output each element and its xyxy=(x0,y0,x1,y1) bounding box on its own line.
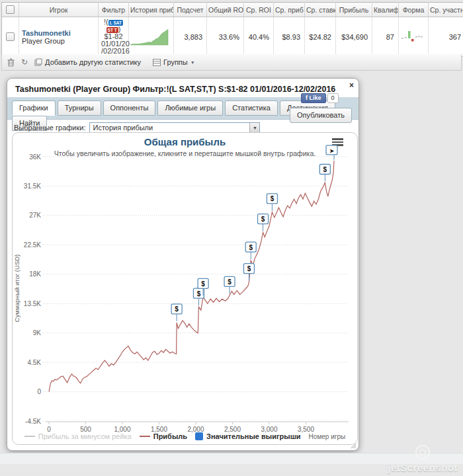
legend-item-profit-minus-rake[interactable]: Прибыль за минусом рейка xyxy=(24,432,132,440)
tab-оппоненты[interactable]: Оппоненты xyxy=(103,100,156,116)
column-header[interactable]: Ср. приб xyxy=(274,3,305,17)
svg-text:22.5K: 22.5K xyxy=(24,241,41,249)
table-row: Tashumonetki Player Group !(L SAT ST T) … xyxy=(2,17,463,57)
column-header[interactable]: Ср. ROI xyxy=(244,3,274,17)
column-header[interactable]: Прибыль xyxy=(336,3,372,17)
legend-item-profit[interactable]: Прибыль xyxy=(140,432,187,440)
count-cell: 3,883 xyxy=(174,17,207,57)
table-toolbar: ↻ Добавить другую статистику Группы ▼ xyxy=(1,54,462,71)
svg-text:4.5K: 4.5K xyxy=(27,359,41,366)
svg-text:$: $ xyxy=(247,265,251,272)
chart-legend: Прибыль за минусом рейкаПрибыльЗначитель… xyxy=(13,432,357,440)
select-all-checkbox[interactable] xyxy=(6,5,15,14)
svg-text:$: $ xyxy=(261,216,265,223)
svg-text:18K: 18K xyxy=(29,270,41,278)
profit-history-sparkline[interactable] xyxy=(130,26,169,46)
svg-text:$: $ xyxy=(197,290,201,298)
tab-любимые игры[interactable]: Любимые игры xyxy=(157,100,223,116)
profit-line xyxy=(49,161,334,392)
last-point-marker: ➤ xyxy=(326,145,337,160)
chart-select[interactable]: История прибыли ▼ xyxy=(89,122,260,133)
svg-text:$: $ xyxy=(201,280,205,288)
svg-text:0: 0 xyxy=(37,388,41,395)
significant-win-flag[interactable]: $ xyxy=(258,214,269,231)
close-icon[interactable]: × xyxy=(349,81,354,89)
svg-text:$: $ xyxy=(323,166,327,173)
x-axis-title: Номер игры xyxy=(309,433,346,440)
avg-profit-cell: $8.93 xyxy=(274,17,305,57)
column-header[interactable]: Фильтр xyxy=(99,3,129,17)
groups-button[interactable]: Группы ▼ xyxy=(153,58,195,66)
avg-roi-cell: 40.4% xyxy=(244,17,274,57)
significant-win-flag[interactable]: $ xyxy=(243,264,254,281)
svg-text:Суммарный итог (USD): Суммарный итог (USD) xyxy=(13,255,21,322)
significant-win-flag[interactable]: $ xyxy=(267,194,277,211)
add-statistic-button[interactable]: Добавить другую статистику xyxy=(34,58,141,66)
tab-статистика[interactable]: Статистика xyxy=(225,100,278,116)
profit-chart-container: Общая прибыль Чтобы увеличить изображени… xyxy=(12,132,358,445)
chart-select-label: Выбранные графики: xyxy=(14,124,85,132)
total-roi-cell: 33.6% xyxy=(207,17,244,57)
svg-text:31.5K: 31.5K xyxy=(24,182,41,190)
svg-text:9K: 9K xyxy=(33,329,42,337)
legend-item-significant-wins[interactable]: Значительные выигрыши xyxy=(195,432,301,440)
chevron-down-icon[interactable]: ▼ xyxy=(249,123,259,132)
tab-графики[interactable]: Графики xyxy=(12,100,56,116)
column-header[interactable]: Подсчет xyxy=(174,3,207,17)
player-name-link[interactable]: Tashumonetki xyxy=(22,29,95,37)
svg-text:-4.5K: -4.5K xyxy=(25,418,41,425)
column-header[interactable]: Игрок xyxy=(19,3,99,17)
column-header[interactable]: Общий ROI xyxy=(207,3,244,17)
form-sparkline xyxy=(400,29,425,44)
svg-text:13.5K: 13.5K xyxy=(24,300,41,307)
significant-win-flag[interactable]: $ xyxy=(319,165,330,182)
delete-icon[interactable] xyxy=(7,58,15,67)
svg-text:$: $ xyxy=(228,278,232,286)
svg-text:$: $ xyxy=(175,305,179,313)
row-checkbox[interactable] xyxy=(6,32,15,41)
profit-cell: $34,690 xyxy=(336,17,372,57)
bottom-band xyxy=(0,453,463,464)
svg-text:➤: ➤ xyxy=(329,148,334,154)
column-header[interactable]: Ср. участни xyxy=(429,3,463,17)
tab-турниры[interactable]: Турниры xyxy=(58,100,101,116)
filter-badge-lsat: L SAT xyxy=(108,20,123,26)
svg-text:$: $ xyxy=(271,195,274,202)
avg-stake-cell: $24.82 xyxy=(305,17,336,57)
filter-cell: !(L SAT ST T) $1-82 01/01/20 /02/2016 xyxy=(99,17,129,57)
significant-win-flag[interactable]: $ xyxy=(171,304,182,321)
svg-text:27K: 27K xyxy=(29,212,41,219)
column-header[interactable]: История прибы xyxy=(129,3,174,17)
column-header[interactable]: Ср. ставк xyxy=(305,3,336,17)
svg-text:36K: 36K xyxy=(29,153,41,161)
significant-win-flag[interactable]: $ xyxy=(224,276,235,294)
column-header[interactable]: Квалиф xyxy=(372,3,399,17)
avg-entrants-cell: 367 xyxy=(429,17,463,57)
svg-text:$: $ xyxy=(249,244,253,251)
facebook-like-widget[interactable]: f Like 0 xyxy=(301,93,339,103)
qualif-cell: 87 xyxy=(372,17,399,57)
resize-grip-icon[interactable] xyxy=(350,442,357,449)
significant-win-flag[interactable]: $ xyxy=(245,242,256,259)
refresh-icon[interactable]: ↻ xyxy=(21,58,28,67)
player-detail-popup: Tashumonetki (Player Group) Фильтр:!(L S… xyxy=(7,78,359,451)
profit-chart[interactable]: -4.5K04.5K9K13.5K18K22.5K27K31.5K36K0500… xyxy=(13,133,358,445)
player-type-label: Player Group xyxy=(22,37,95,45)
select-all-header[interactable] xyxy=(2,3,19,17)
player-stats-table: ИгрокФильтрИстория прибыПодсчетОбщий ROI… xyxy=(1,2,463,57)
tab-publish[interactable]: Опубликовать xyxy=(290,108,352,123)
column-header[interactable]: Форма xyxy=(399,3,429,17)
popup-title: Tashumonetki (Player Group) Фильтр:!(L S… xyxy=(15,85,349,94)
